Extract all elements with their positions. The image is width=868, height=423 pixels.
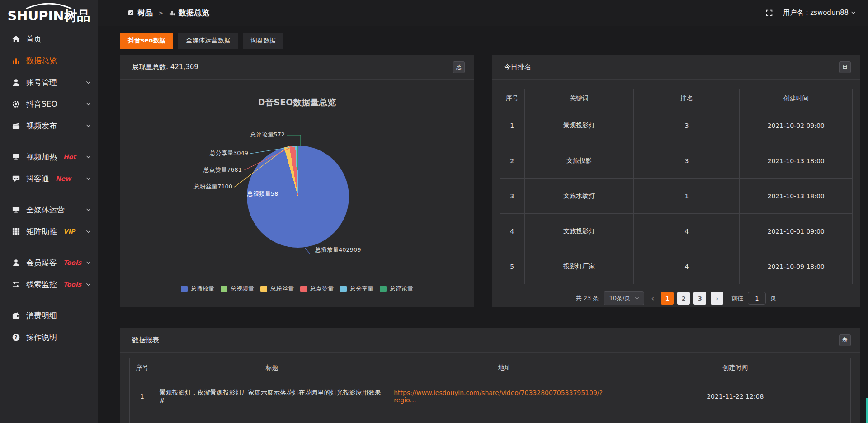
table-cell: 4 <box>634 214 740 249</box>
sidebar-item-media-ops[interactable]: 全媒体运营 <box>0 199 98 221</box>
ranking-pagination: 共 23 条 10条/页 ‹ 123 › 前往 页 <box>500 291 853 305</box>
pie-label-name: 总分享量 <box>210 150 233 156</box>
chevron-down-icon <box>85 176 91 182</box>
breadcrumb-separator: > <box>158 9 163 16</box>
sidebar-divider <box>7 247 90 247</box>
table-cell: 1 <box>634 179 740 214</box>
sidebar-item-label: 矩阵助推 <box>26 226 57 237</box>
sidebar-item-video-boost[interactable]: 视频加热Hot <box>0 146 98 168</box>
table-cell-url: https://www.iesdouyin.com/share/video/70… <box>389 377 620 415</box>
table-row: 2文旅投影32021-10-13 18:00 <box>500 143 853 179</box>
sidebar-item-data-overview[interactable]: 数据总览 <box>0 50 98 71</box>
chevron-down-icon <box>85 260 91 266</box>
column-header: 创建时间 <box>620 358 850 377</box>
chevron-down-icon <box>85 282 91 287</box>
sidebar-item-label: 首页 <box>26 34 42 44</box>
chevron-down-icon <box>85 229 91 235</box>
legend-swatch <box>221 286 227 292</box>
pie-label-name: 总播放量 <box>315 246 339 253</box>
doc-edit-icon <box>127 9 134 16</box>
sidebar-item-badge: Tools <box>63 259 81 266</box>
sidebar-menu: 首页数据总览账号管理抖音SEO视频发布视频加热Hot抖客通New全媒体运营矩阵助… <box>0 27 98 348</box>
fullscreen-icon[interactable] <box>765 9 773 17</box>
page-button-2[interactable]: 2 <box>677 292 690 305</box>
page-size-select[interactable]: 10条/页 <box>604 291 645 305</box>
today-ranking-card: 今日排名 日 序号关键词排名创建时间1景观投影灯32021-10-02 09:0… <box>492 55 860 307</box>
legend-label: 总视频量 <box>231 285 254 293</box>
chevron-down-icon <box>85 123 91 129</box>
sidebar-item-home[interactable]: 首页 <box>0 28 98 50</box>
sidebar-item-member-tools[interactable]: 会员爆客Tools <box>0 252 98 273</box>
user-menu[interactable]: 用户名：zswodun88 <box>783 9 856 17</box>
tab-0[interactable]: 抖音seo数据 <box>120 33 173 49</box>
tab-1[interactable]: 全媒体运营数据 <box>178 33 238 49</box>
legend-swatch <box>181 286 188 292</box>
member-icon <box>12 258 20 267</box>
table-row: 5投影灯厂家42021-10-09 18:00 <box>500 249 853 284</box>
table-cell-url <box>389 415 620 423</box>
breadcrumb-item-data-overview[interactable]: 数据总览 <box>169 8 209 18</box>
impressions-overview-card: 展现量总数: 421,369 总 D音SEO数据量总览 总播放量402909总视… <box>120 55 474 307</box>
sidebar-item-label: 视频发布 <box>26 121 57 131</box>
sidebar-item-label: 抖音SEO <box>26 99 57 109</box>
legend-swatch <box>380 286 387 292</box>
legend-item-4[interactable]: 总分享量 <box>340 285 373 293</box>
report-link[interactable]: https://www.iesdouyin.com/share/video/70… <box>394 389 603 404</box>
table-cell-seq: 1 <box>130 377 155 415</box>
sidebar-item-douyin-seo[interactable]: 抖音SEO <box>0 93 98 115</box>
legend-label: 总播放量 <box>191 285 214 293</box>
breadcrumb-item-shupin[interactable]: 树品 <box>127 8 153 18</box>
legend-item-0[interactable]: 总播放量 <box>181 285 214 293</box>
pie-label-0: 总播放量402909 <box>315 246 361 254</box>
report-card-title: 数据报表 <box>132 336 159 344</box>
brand-logo-text: SHUPIN树品 <box>0 9 98 23</box>
pie-label-2: 总粉丝量7100 <box>194 183 232 191</box>
page-button-3[interactable]: 3 <box>693 292 706 305</box>
sidebar-item-matrix-push[interactable]: 矩阵助推VIP <box>0 221 98 242</box>
sidebar-item-expense-detail[interactable]: 消费明细 <box>0 305 98 326</box>
table-view-button[interactable]: 表 <box>839 334 851 346</box>
column-header: 标题 <box>155 358 389 377</box>
sidebar-item-label: 抖客通 <box>26 174 49 184</box>
legend-item-5[interactable]: 总评论量 <box>380 285 413 293</box>
sidebar-item-label: 消费明细 <box>26 310 57 321</box>
total-view-button[interactable]: 总 <box>453 61 465 73</box>
sidebar-item-video-publish[interactable]: 视频发布 <box>0 115 98 136</box>
pie-label-1: 总视频量58 <box>247 190 278 198</box>
goto-page-input[interactable] <box>748 292 766 305</box>
legend-swatch <box>300 286 307 292</box>
goto-label: 前往 <box>731 294 743 302</box>
column-header: 关键词 <box>524 89 634 108</box>
sidebar-item-account[interactable]: 账号管理 <box>0 71 98 93</box>
column-header: 排名 <box>634 89 740 108</box>
table-cell-title <box>155 415 389 423</box>
table-cell: 投影灯厂家 <box>524 249 634 284</box>
logo-arc <box>24 3 74 9</box>
daily-view-button[interactable]: 日 <box>839 61 851 73</box>
table-header-row: 序号标题地址创建时间 <box>130 358 851 377</box>
table-cell-seq <box>130 415 155 423</box>
clapperboard-icon <box>12 122 20 130</box>
page-button-1[interactable]: 1 <box>661 292 674 305</box>
sidebar-item-help[interactable]: ?操作说明 <box>0 326 98 348</box>
prev-page-button[interactable]: ‹ <box>649 294 656 303</box>
brand-logo[interactable]: SHUPIN树品 <box>0 0 98 27</box>
table-cell: 5 <box>500 249 525 284</box>
pie-label-name: 总点赞量 <box>203 166 227 173</box>
chat-icon <box>12 174 20 183</box>
sidebar: SHUPIN树品 首页数据总览账号管理抖音SEO视频发布视频加热Hot抖客通Ne… <box>0 0 98 423</box>
sidebar-item-label: 全媒体运营 <box>26 205 65 215</box>
sidebar-item-lead-monitor[interactable]: 线索监控Tools <box>0 273 98 295</box>
legend-item-3[interactable]: 总点赞量 <box>300 285 334 293</box>
tab-2[interactable]: 询盘数据 <box>243 33 283 49</box>
table-cell: 2 <box>500 143 525 179</box>
table-row: 1景观投影灯，夜游景观投影灯厂家展示展示落花灯在花园里的灯光投影应用效果 #ht… <box>130 377 851 415</box>
scrollbar-thumb[interactable] <box>866 398 868 423</box>
next-page-button[interactable]: › <box>711 292 723 305</box>
sidebar-item-douketong[interactable]: 抖客通New <box>0 168 98 189</box>
legend-item-1[interactable]: 总视频量 <box>221 285 254 293</box>
legend-label: 总评论量 <box>390 285 413 293</box>
pie-chart-area: D音SEO数据量总览 总播放量402909总视频量58总粉丝量7100总点赞量7… <box>120 80 474 307</box>
screen-icon <box>12 153 20 161</box>
legend-item-2[interactable]: 总粉丝量 <box>260 285 294 293</box>
